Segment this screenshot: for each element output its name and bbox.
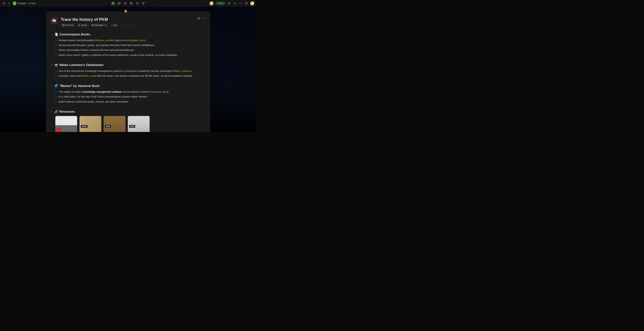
doc-emoji[interactable]: 🧠 <box>50 17 58 25</box>
section: 🗃️Niklas Luhmann's ZettelkastenOne of th… <box>50 63 206 78</box>
collapse-caret-icon[interactable] <box>51 85 53 87</box>
svg-point-5 <box>138 3 138 3</box>
bullet-item[interactable]: Luhmann used small #index_cards filed in… <box>56 74 205 78</box>
star-icon[interactable] <box>197 17 200 20</box>
bullet-item[interactable]: He documented thoughts, quotes, and spir… <box>56 43 205 48</box>
bullet-item[interactable]: Bush's Memex could store books, records,… <box>56 99 205 104</box>
svg-point-18 <box>206 18 206 19</box>
section-title: Resources <box>59 110 75 114</box>
svg-rect-0 <box>118 2 119 4</box>
add-tag-pill[interactable]: + Tag <box>110 24 118 27</box>
notifications-icon[interactable] <box>244 2 248 5</box>
resource-thumb: PNG <box>104 116 126 132</box>
tag-education-pill[interactable]: education 🎓 <box>90 24 108 27</box>
play-icon <box>57 128 61 131</box>
resource-card[interactable]: JPEGcommonplace_bo... <box>80 116 101 132</box>
section-title: Commonplace Books <box>59 33 90 36</box>
due-date-pill[interactable]: Due Date <box>61 24 75 27</box>
section-emoji: 🔗 <box>54 110 58 114</box>
svg-rect-1 <box>120 2 120 4</box>
updates-icon[interactable] <box>228 2 231 5</box>
new-button[interactable]: New <box>28 2 36 5</box>
back-icon[interactable] <box>8 2 11 5</box>
collapse-caret-icon[interactable] <box>51 64 53 66</box>
bullet-item[interactable]: In a 1945 article "As We May Think" Bush… <box>56 94 205 99</box>
settings-icon[interactable] <box>233 2 237 5</box>
section-title: Niklas Luhmann's Zettelkasten <box>59 63 104 67</box>
view-split-icon[interactable] <box>117 2 121 5</box>
view-table-icon[interactable] <box>129 2 133 5</box>
new-button-label: New <box>31 2 36 5</box>
section: 🗳️"Memex" by Vannevar BushThe origins of… <box>50 84 206 104</box>
collaborator-avatar[interactable] <box>210 1 214 5</box>
workspace-avatar[interactable]: P <box>13 2 16 5</box>
bullet-item[interactable]: Roman emperor and philosopher #Marcus_Au… <box>56 38 205 43</box>
svg-point-15 <box>242 3 242 4</box>
bullet-item[interactable]: Some commonplace books contained sermons… <box>56 48 205 53</box>
resource-thumb: JPEG <box>80 116 101 132</box>
svg-rect-2 <box>124 3 126 4</box>
svg-rect-7 <box>142 2 143 3</box>
svg-rect-9 <box>143 4 144 4</box>
svg-point-20 <box>79 25 80 25</box>
svg-point-10 <box>228 2 230 4</box>
doc-more-icon[interactable] <box>203 17 206 20</box>
svg-point-11 <box>234 2 234 3</box>
view-calendar-icon[interactable] <box>123 2 127 5</box>
svg-point-4 <box>136 2 137 3</box>
sidebar-toggle-icon[interactable] <box>2 2 6 5</box>
section-resources: 🔗 Resources The Mother of All ...JPEGcom… <box>50 110 206 132</box>
breadcrumb[interactable]: Projects <box>18 2 27 5</box>
file-type-badge: JPEG <box>81 125 88 128</box>
svg-rect-8 <box>144 2 144 3</box>
view-doc-icon[interactable] <box>111 2 115 5</box>
svg-point-21 <box>92 25 92 25</box>
topbar: P Projects New Share <box>0 0 256 7</box>
view-graph-icon[interactable] <box>135 2 139 5</box>
resource-thumb: PNG <box>128 116 150 132</box>
svg-point-14 <box>240 3 241 4</box>
file-type-badge: PNG <box>105 125 111 128</box>
file-type-badge: PNG <box>129 125 135 128</box>
section: 📜Commonplace BooksRoman emperor and phil… <box>50 33 206 58</box>
svg-point-12 <box>236 4 236 4</box>
document-card: 🧠 Trace the history of PKM Due Date Assi… <box>46 12 210 132</box>
bullet-item[interactable]: The origins of modern knowledge manageme… <box>56 90 205 94</box>
meta-placeholder <box>120 24 135 26</box>
user-avatar[interactable] <box>250 1 254 5</box>
section-emoji: 🗳️ <box>54 84 58 88</box>
svg-rect-19 <box>62 25 64 26</box>
svg-point-17 <box>204 18 205 19</box>
bullet-item[interactable]: One of the most famous knowledge managem… <box>56 69 205 74</box>
section-emoji: 📜 <box>54 33 58 36</box>
doc-meta-row: Due Date Assign education 🎓 + Tag <box>61 24 206 27</box>
resource-card[interactable]: PNGluhmann_zettelkas... <box>104 116 126 132</box>
collapse-caret-icon[interactable] <box>51 34 53 36</box>
section-title: "Memex" by Vannevar Bush <box>59 84 100 88</box>
collapse-caret-icon[interactable] <box>51 111 53 113</box>
more-icon[interactable] <box>239 2 242 5</box>
section-emoji: 🗃️ <box>54 63 58 67</box>
resource-card[interactable]: The Mother of All ... <box>55 116 77 132</box>
assign-pill[interactable]: Assign <box>77 24 89 27</box>
svg-point-13 <box>240 3 240 4</box>
doc-title[interactable]: Trace the history of PKM <box>61 17 206 22</box>
resource-card[interactable]: PNGbush_memex.png <box>128 116 150 132</box>
svg-point-16 <box>204 18 204 19</box>
svg-point-6 <box>137 4 138 4</box>
bullet-item[interactable]: Others were used to "gather a collection… <box>56 53 205 58</box>
resource-thumb <box>55 116 77 132</box>
view-board-icon[interactable] <box>142 2 145 5</box>
share-button[interactable]: Share <box>216 1 226 5</box>
